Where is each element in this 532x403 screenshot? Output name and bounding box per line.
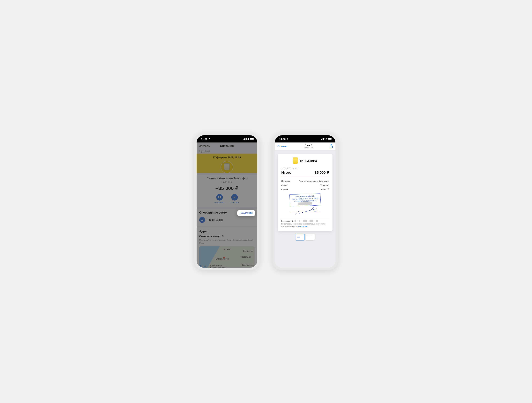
map-label: я набережная Центральной части xyxy=(210,264,233,268)
map-snippet[interactable]: Сочи Богушевка Раздольное Станция Сочи К… xyxy=(199,246,255,268)
document-type-label: Квитанция xyxy=(304,147,313,149)
cellular-icon xyxy=(243,138,246,140)
page-counter: 1 из 2 xyxy=(304,144,313,147)
status-time: 11:00 xyxy=(201,138,207,140)
split-button[interactable]: Разделить xyxy=(214,194,225,204)
receipt-footer: Квитанция № ---- По вопросам зачисления … xyxy=(281,218,329,227)
device-notch xyxy=(290,135,321,140)
status-time: 11:00 xyxy=(279,138,285,140)
receipt-brand: ТИНЬКОФФ xyxy=(281,158,329,164)
receipt-row-value: Снятие наличных в банкомате xyxy=(299,180,329,182)
search-placeholder: Поиск xyxy=(203,150,210,153)
account-name: Tinkoff Black xyxy=(207,218,223,222)
receipt-timestamp: 27.02.2022 12:26:22 xyxy=(281,168,329,170)
share-button[interactable] xyxy=(329,145,333,148)
map-label: Раздольное xyxy=(241,256,251,258)
receipt-total-amount: 35 000 ₽ xyxy=(315,171,329,175)
dispute-label: Оспорить xyxy=(230,201,239,204)
receipt-card: ТИНЬКОФФ 27.02.2022 12:26:22 Итого 35 00… xyxy=(278,154,332,231)
account-row[interactable]: ₽ Tinkoff Black xyxy=(199,216,255,224)
bank-logo-badge xyxy=(221,161,233,173)
location-arrow-icon xyxy=(286,138,288,140)
receipt-total-row: Итого 35 000 ₽ xyxy=(281,171,329,177)
ruble-icon: ₽ xyxy=(199,217,205,223)
receipt-number: Квитанция № ---- xyxy=(281,220,329,222)
page-thumb-2[interactable] xyxy=(306,234,315,240)
page-thumbnails xyxy=(278,231,332,242)
account-section-title: Операция по счету xyxy=(199,211,227,214)
tinkoff-shield-icon xyxy=(224,164,230,170)
device-notch xyxy=(211,135,242,140)
receipt-row-key: Сумма xyxy=(281,188,288,191)
operation-datetime: 27 февраля 2022, 12:26 xyxy=(199,156,255,159)
dispute-icon: ⤾ xyxy=(233,195,236,199)
split-label: Разделить xyxy=(214,201,225,204)
page-thumb-1[interactable] xyxy=(296,234,304,240)
signature xyxy=(289,205,321,215)
map-label: Станция Сочи xyxy=(216,258,229,260)
map-attribution: Google xyxy=(200,265,206,267)
address-line2: Микрорайон Центральный, Сочи, Краснодарс… xyxy=(199,239,255,244)
map-label: Богушевка xyxy=(243,250,253,252)
search-field[interactable]: Поиск xyxy=(196,150,257,154)
wifi-icon xyxy=(246,138,249,140)
receipt-row-value: Успешно xyxy=(320,184,329,186)
wifi-icon xyxy=(324,138,327,140)
bank-stamp: АО «ТИНЬКОФФ БАНК» БИК 044525974 ИНН 771… xyxy=(290,193,321,206)
split-icon xyxy=(218,196,221,198)
support-email-link[interactable]: fb@tinkoff.ru xyxy=(298,225,308,227)
operation-summary: Снятие в банкомате Тинькофф Наличные −35… xyxy=(196,175,257,207)
document-viewport[interactable]: ТИНЬКОФФ 27.02.2022 12:26:22 Итого 35 00… xyxy=(275,150,336,268)
receipt-row: Сумма 35 000 ₽ xyxy=(281,187,329,191)
phone-operation-details: 11:00 Закрыть Операции Поиск xyxy=(194,133,260,270)
nav-bar: Закрыть Операции xyxy=(196,142,257,150)
document-nav-bar: Отмена 1 из 2 Квитанция xyxy=(275,142,336,150)
location-arrow-icon xyxy=(208,138,210,140)
address-section-title: Адрес xyxy=(199,230,255,233)
receipt-row: Статус Успешно xyxy=(281,183,329,187)
operation-title: Снятие в банкомате Тинькофф xyxy=(199,177,255,180)
battery-icon xyxy=(250,138,253,140)
receipt-row-key: Статус xyxy=(281,184,288,186)
stamp-area: АО «ТИНЬКОФФ БАНК» БИК 044525974 ИНН 771… xyxy=(281,192,329,218)
search-icon xyxy=(199,150,202,153)
account-section: Операция по счету Документы ₽ Tinkoff Bl… xyxy=(196,209,257,226)
receipt-support: Служба поддержки fb@tinkoff.ru xyxy=(281,225,329,227)
receipt-note: По вопросам зачисления обращайтесь к пол… xyxy=(281,223,329,225)
operation-amount: −35 000 ₽ xyxy=(199,185,255,191)
stamp-masked-line: XXXXXXXX xyxy=(298,202,312,205)
cancel-button[interactable]: Отмена xyxy=(277,145,287,148)
brand-name: ТИНЬКОФФ xyxy=(299,160,317,163)
receipt-total-label: Итого xyxy=(281,171,291,175)
receipt-row-key: Перевод xyxy=(281,180,290,182)
cellular-icon xyxy=(321,138,324,140)
dispute-button[interactable]: ⤾ Оспорить xyxy=(230,194,239,204)
map-city-label: Сочи xyxy=(224,248,230,251)
stage: 11:00 Закрыть Операции Поиск xyxy=(194,133,338,270)
close-button[interactable]: Закрыть xyxy=(199,144,210,148)
battery-icon xyxy=(328,138,332,140)
map-label: Краевско-Ар xyxy=(242,264,253,266)
nav-title: Операции xyxy=(220,144,234,148)
operation-subtitle: Наличные xyxy=(199,180,255,183)
documents-button[interactable]: Документы xyxy=(237,210,255,216)
address-section: Адрес Северная Улица, 6 Микрорайон Центр… xyxy=(196,227,257,268)
operation-header: 27 февраля 2022, 12:26 xyxy=(196,154,257,173)
receipt-row: Перевод Снятие наличных в банкомате xyxy=(281,179,329,183)
address-line1: Северная Улица, 6 xyxy=(199,235,255,238)
phone-receipt-preview: 11:00 Отмена 1 из 2 Квитанция xyxy=(272,133,338,270)
tinkoff-shield-icon xyxy=(293,158,298,164)
receipt-row-value: 35 000 ₽ xyxy=(321,188,329,191)
